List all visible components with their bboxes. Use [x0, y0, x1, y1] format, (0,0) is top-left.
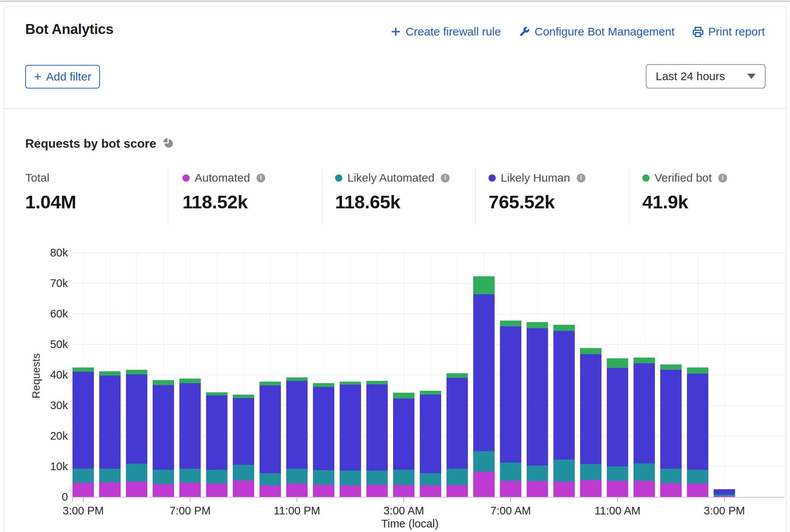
bar-segment-automated[interactable] [179, 483, 201, 497]
bar-segment-automated[interactable] [393, 485, 414, 497]
bar-segment-likely-human[interactable] [500, 326, 521, 463]
bar-segment-likely-automated[interactable] [73, 469, 94, 483]
bar-segment-verified-bot[interactable] [340, 382, 361, 385]
bar-segment-likely-human[interactable] [634, 363, 655, 463]
bar-segment-automated[interactable] [206, 484, 227, 497]
info-icon[interactable]: i [718, 174, 727, 182]
bar-segment-likely-human[interactable] [420, 395, 441, 473]
bar-segment-likely-human[interactable] [393, 398, 414, 470]
bar-segment-automated[interactable] [366, 485, 388, 497]
bar-segment-verified-bot[interactable] [233, 395, 254, 398]
bar-segment-verified-bot[interactable] [607, 358, 628, 368]
bar-segment-automated[interactable] [500, 481, 521, 497]
bar-segment-likely-automated[interactable] [473, 451, 495, 472]
bar-segment-likely-human[interactable] [179, 383, 201, 469]
bar-segment-verified-bot[interactable] [687, 368, 708, 374]
bar-segment-verified-bot[interactable] [580, 348, 601, 354]
bar-segment-likely-human[interactable] [553, 331, 575, 460]
bar-segment-likely-automated[interactable] [607, 466, 628, 481]
bar-segment-verified-bot[interactable] [527, 322, 548, 328]
bar-segment-automated[interactable] [660, 483, 682, 497]
bar-segment-automated[interactable] [634, 481, 655, 497]
bar-segment-likely-automated[interactable] [500, 463, 521, 481]
bar-segment-verified-bot[interactable] [313, 383, 334, 387]
time-range-select[interactable]: Last 24 hours [646, 64, 766, 89]
bar-segment-automated[interactable] [580, 480, 601, 497]
bar-segment-automated[interactable] [153, 484, 174, 497]
bar-segment-automated[interactable] [233, 480, 254, 497]
bar-segment-likely-automated[interactable] [340, 471, 361, 485]
bar-segment-likely-automated[interactable] [286, 469, 308, 484]
bar-segment-likely-automated[interactable] [260, 473, 281, 486]
bar-segment-likely-human[interactable] [447, 378, 468, 469]
bar-segment-likely-automated[interactable] [553, 459, 575, 482]
bar-segment-likely-human[interactable] [580, 354, 601, 464]
bar-segment-verified-bot[interactable] [153, 380, 174, 385]
bar-segment-likely-human[interactable] [366, 384, 388, 471]
bar-segment-likely-human[interactable] [527, 328, 548, 466]
bar-segment-automated[interactable] [553, 482, 575, 497]
bar-segment-likely-automated[interactable] [447, 469, 468, 485]
bar-segment-likely-automated[interactable] [126, 464, 147, 482]
bar-segment-likely-automated[interactable] [580, 464, 601, 480]
bar-segment-likely-human[interactable] [286, 381, 308, 469]
bar-segment-likely-automated[interactable] [527, 466, 548, 482]
info-icon[interactable]: i [256, 174, 265, 182]
bar-segment-likely-automated[interactable] [99, 469, 121, 483]
bar-segment-likely-human[interactable] [660, 370, 682, 469]
bar-segment-likely-automated[interactable] [393, 470, 414, 485]
bar-segment-likely-automated[interactable] [714, 495, 735, 496]
bar-segment-automated[interactable] [286, 484, 308, 497]
bar-segment-likely-automated[interactable] [660, 469, 682, 483]
bar-segment-verified-bot[interactable] [366, 381, 388, 384]
bar-segment-verified-bot[interactable] [260, 382, 281, 385]
bar-segment-verified-bot[interactable] [634, 358, 655, 363]
add-filter-button[interactable]: + Add filter [25, 65, 100, 89]
bar-segment-automated[interactable] [473, 472, 495, 497]
bar-segment-verified-bot[interactable] [393, 393, 414, 398]
bar-segment-likely-human[interactable] [126, 374, 147, 464]
bar-segment-likely-human[interactable] [607, 368, 628, 466]
bar-segment-verified-bot[interactable] [206, 392, 227, 396]
bar-segment-likely-human[interactable] [233, 398, 254, 465]
create-firewall-rule-link[interactable]: Create firewall rule [390, 25, 501, 38]
bar-segment-verified-bot[interactable] [500, 321, 521, 326]
bar-segment-verified-bot[interactable] [553, 325, 575, 331]
bar-segment-likely-human[interactable] [473, 294, 495, 451]
bar-segment-automated[interactable] [607, 481, 628, 497]
bar-segment-verified-bot[interactable] [473, 276, 495, 294]
bar-segment-automated[interactable] [420, 485, 441, 497]
bar-segment-automated[interactable] [527, 481, 548, 497]
bar-segment-likely-human[interactable] [687, 374, 708, 470]
bar-segment-likely-human[interactable] [714, 489, 735, 495]
bar-segment-likely-automated[interactable] [153, 470, 174, 484]
bar-segment-likely-automated[interactable] [634, 463, 655, 481]
bar-segment-likely-human[interactable] [73, 372, 94, 469]
bar-segment-likely-human[interactable] [99, 376, 121, 468]
bar-segment-automated[interactable] [99, 482, 121, 497]
bar-segment-automated[interactable] [313, 485, 334, 497]
bar-segment-likely-automated[interactable] [179, 469, 201, 483]
bar-segment-likely-human[interactable] [260, 385, 281, 473]
bar-segment-automated[interactable] [447, 485, 468, 497]
bar-segment-verified-bot[interactable] [660, 364, 682, 370]
bar-segment-likely-human[interactable] [340, 385, 361, 471]
bar-segment-likely-automated[interactable] [366, 471, 388, 485]
bar-segment-likely-automated[interactable] [420, 473, 441, 485]
bar-segment-likely-human[interactable] [206, 395, 227, 469]
bar-segment-likely-automated[interactable] [206, 470, 227, 484]
info-icon[interactable]: i [577, 174, 585, 182]
bar-segment-likely-human[interactable] [153, 385, 174, 470]
bar-segment-automated[interactable] [126, 482, 147, 497]
bar-segment-automated[interactable] [260, 485, 281, 497]
bar-segment-automated[interactable] [73, 483, 94, 497]
configure-bot-management-link[interactable]: Configure Bot Management [519, 25, 675, 38]
bar-segment-likely-human[interactable] [313, 387, 334, 470]
bar-segment-verified-bot[interactable] [126, 370, 147, 374]
info-icon[interactable]: i [441, 174, 450, 182]
bar-segment-verified-bot[interactable] [420, 391, 441, 395]
bar-segment-automated[interactable] [687, 484, 708, 497]
bar-segment-verified-bot[interactable] [447, 373, 468, 378]
print-report-link[interactable]: Print report [692, 25, 765, 38]
bar-segment-verified-bot[interactable] [286, 377, 308, 381]
